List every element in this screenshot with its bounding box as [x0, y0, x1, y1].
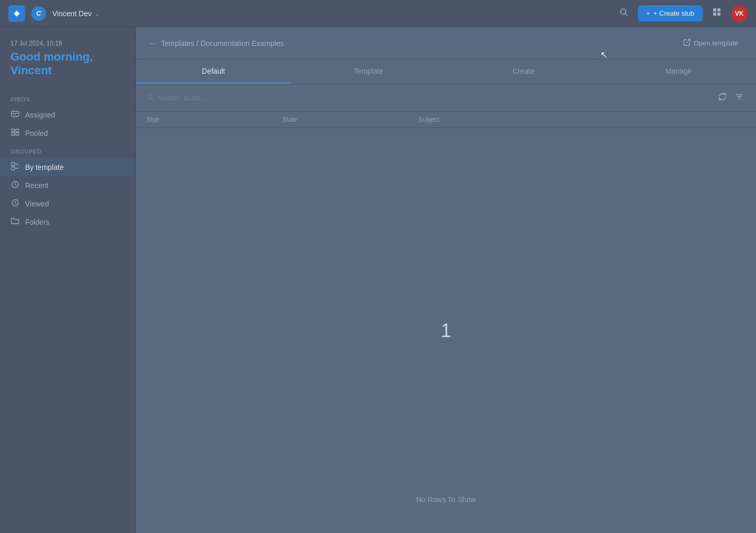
- pooled-label: Pooled: [25, 129, 48, 137]
- svg-rect-11: [16, 133, 19, 135]
- search-icon[interactable]: [616, 4, 632, 22]
- avatar-initials: VK: [735, 10, 744, 17]
- plus-icon: +: [646, 9, 650, 17]
- page-number: 1: [441, 320, 451, 342]
- tab-default[interactable]: Default: [136, 60, 291, 84]
- viewed-label: Viewed: [25, 200, 49, 208]
- col-stub: Stub: [146, 116, 282, 123]
- svg-rect-4: [717, 8, 720, 11]
- template-icon: [10, 162, 20, 172]
- inbox-label: Inbox: [0, 90, 135, 106]
- tab-create[interactable]: Create: [446, 60, 601, 84]
- breadcrumb-text: Templates / Documentation Examples: [161, 39, 284, 48]
- content-header: ← Templates / Documentation Examples Ope…: [136, 27, 756, 60]
- sidebar-item-assigned[interactable]: Assigned: [0, 106, 135, 124]
- main-layout: 17 Jul 2024, 10:18 Good morning, Vincent…: [0, 27, 756, 533]
- col-subject: Subject: [418, 116, 746, 123]
- content-area: ← Templates / Documentation Examples Ope…: [136, 27, 756, 533]
- svg-rect-6: [717, 13, 720, 16]
- sidebar-item-viewed[interactable]: Viewed: [0, 194, 135, 213]
- chevron-down-icon: ⌄: [95, 10, 100, 17]
- svg-rect-9: [16, 129, 19, 132]
- viewed-icon: [10, 199, 20, 208]
- svg-rect-10: [12, 133, 15, 135]
- pooled-icon: [10, 128, 20, 138]
- table-header: Stub State Subject: [136, 112, 756, 128]
- tabs: Default Template Create Manage: [136, 60, 756, 84]
- greeting-section: 17 Jul 2024, 10:18 Good morning, Vincent: [0, 40, 135, 90]
- inbox-icon: [10, 110, 20, 120]
- svg-line-2: [625, 14, 627, 16]
- sidebar-item-folders[interactable]: Folders: [0, 213, 135, 231]
- sidebar: 17 Jul 2024, 10:18 Good morning, Vincent…: [0, 27, 136, 533]
- tab-manage[interactable]: Manage: [601, 60, 757, 84]
- svg-rect-5: [713, 13, 716, 16]
- svg-point-0: [15, 12, 18, 15]
- search-input[interactable]: [158, 94, 712, 102]
- recent-icon: [10, 180, 20, 190]
- breadcrumb[interactable]: ← Templates / Documentation Examples: [148, 39, 284, 48]
- by-template-label: By template: [25, 163, 64, 171]
- table-body: 1 No Rows To Show: [136, 128, 756, 533]
- recent-label: Recent: [25, 181, 48, 190]
- svg-rect-13: [12, 167, 15, 170]
- search-bar: [136, 84, 756, 112]
- table-area: Stub State Subject 1 No Rows To Show: [136, 84, 756, 533]
- greeting-date: 17 Jul 2024, 10:18: [10, 40, 125, 47]
- navbar: C Vincent Dev ⌄ + + Create stub VK: [0, 0, 756, 27]
- assigned-label: Assigned: [25, 111, 55, 119]
- folders-label: Folders: [25, 218, 50, 226]
- tab-template[interactable]: Template: [291, 60, 446, 84]
- open-template-label: Open template: [694, 39, 738, 47]
- filter-icon[interactable]: [733, 90, 746, 105]
- svg-rect-3: [713, 8, 716, 11]
- workspace-selector[interactable]: Vincent Dev ⌄: [52, 9, 100, 18]
- sidebar-item-by-template[interactable]: By template: [0, 158, 135, 176]
- sidebar-item-recent[interactable]: Recent: [0, 176, 135, 194]
- svg-line-19: [151, 98, 153, 100]
- workspace-name: Vincent Dev: [52, 9, 91, 18]
- grouped-label: Grouped: [0, 142, 135, 158]
- user-avatar[interactable]: VK: [731, 5, 748, 22]
- grid-icon[interactable]: [709, 4, 725, 22]
- external-link-icon: [683, 39, 691, 48]
- sidebar-item-pooled[interactable]: Pooled: [0, 124, 135, 142]
- col-state: State: [282, 116, 418, 123]
- no-rows-message: No Rows To Show: [408, 487, 484, 512]
- app-logo: [8, 5, 25, 22]
- create-stub-button[interactable]: + + Create stub: [638, 5, 703, 21]
- search-icon: [146, 94, 154, 102]
- refresh-icon[interactable]: [716, 90, 729, 105]
- open-template-button[interactable]: Open template: [678, 36, 743, 51]
- svg-rect-8: [12, 129, 15, 132]
- brand-logo: C: [31, 6, 46, 21]
- greeting-message: Good morning, Vincent: [10, 50, 125, 77]
- svg-rect-12: [12, 163, 15, 166]
- create-stub-label: + Create stub: [654, 9, 694, 17]
- search-actions: [716, 90, 746, 105]
- folder-icon: [10, 217, 20, 227]
- back-arrow-icon: ←: [148, 39, 157, 48]
